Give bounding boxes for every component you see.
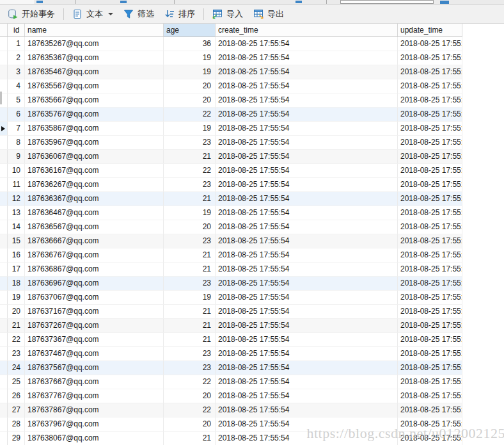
grid-cell-update_time[interactable]: 2018-08-25 17:55:54: [398, 333, 462, 347]
grid-cell-id[interactable]: 20: [8, 305, 25, 319]
grid-cell-id[interactable]: 9: [8, 150, 25, 164]
grid-cell-update_time[interactable]: 2018-08-25 17:55:54: [398, 417, 462, 432]
row-selector[interactable]: [0, 206, 8, 220]
grid-cell-age[interactable]: 21: [164, 319, 216, 333]
grid-cell-create_time[interactable]: 2018-08-25 17:55:54: [216, 319, 398, 333]
grid-cell-create_time[interactable]: 2018-08-25 17:55:54: [216, 417, 398, 432]
row-selector[interactable]: [0, 375, 8, 389]
grid-cell-create_time[interactable]: 2018-08-25 17:55:54: [216, 432, 398, 445]
row-selector[interactable]: [0, 319, 8, 333]
grid-cell-name[interactable]: 187636167@qq.com: [25, 164, 164, 178]
grid-cell-age[interactable]: 21: [164, 263, 216, 277]
grid-cell-name[interactable]: 187637767@qq.com: [25, 389, 164, 403]
grid-cell-name[interactable]: 187636067@qq.com: [25, 150, 164, 164]
row-selector[interactable]: [0, 150, 8, 164]
grid-cell-name[interactable]: 187636467@qq.com: [25, 206, 164, 220]
left-splitter-handle[interactable]: [0, 92, 2, 104]
row-selector[interactable]: [0, 37, 8, 51]
grid-cell-age[interactable]: 23: [164, 347, 216, 361]
begin-transaction-button[interactable]: 开始事务: [3, 6, 60, 22]
row-selector[interactable]: [0, 108, 8, 122]
grid-cell-name[interactable]: 187635767@qq.com: [25, 108, 164, 122]
grid-cell-id[interactable]: 3: [8, 65, 25, 79]
grid-cell-create_time[interactable]: 2018-08-25 17:55:54: [216, 403, 398, 417]
row-selector[interactable]: [0, 164, 8, 178]
column-header-name[interactable]: name: [25, 24, 164, 37]
grid-cell-name[interactable]: 187635967@qq.com: [25, 136, 164, 150]
grid-cell-age[interactable]: 21: [164, 305, 216, 319]
grid-cell-id[interactable]: 18: [8, 277, 25, 291]
grid-cell-create_time[interactable]: 2018-08-25 17:55:54: [216, 248, 398, 263]
grid-cell-update_time[interactable]: 2018-08-25 17:55:54: [398, 234, 462, 248]
text-view-button[interactable]: 文本: [67, 6, 118, 22]
grid-cell-age[interactable]: 23: [164, 178, 216, 192]
grid-cell-age[interactable]: 21: [164, 192, 216, 206]
grid-cell-create_time[interactable]: 2018-08-25 17:55:54: [216, 65, 398, 79]
grid-cell-update_time[interactable]: 2018-08-25 17:55:54: [398, 305, 462, 319]
grid-cell-create_time[interactable]: 2018-08-25 17:55:54: [216, 347, 398, 361]
grid-cell-name[interactable]: 187636567@qq.com: [25, 220, 164, 234]
grid-cell-age[interactable]: 22: [164, 164, 216, 178]
column-header-create_time[interactable]: create_time: [216, 24, 398, 37]
grid-cell-name[interactable]: 187635667@qq.com: [25, 93, 164, 108]
row-selector[interactable]: [0, 263, 8, 277]
grid-cell-age[interactable]: 20: [164, 389, 216, 403]
row-selector[interactable]: [0, 361, 8, 375]
grid-cell-name[interactable]: 187636767@qq.com: [25, 248, 164, 263]
grid-cell-create_time[interactable]: 2018-08-25 17:55:54: [216, 37, 398, 51]
grid-cell-create_time[interactable]: 2018-08-25 17:55:54: [216, 79, 398, 93]
export-button[interactable]: ↘ 导出: [248, 6, 289, 22]
grid-cell-update_time[interactable]: 2018-08-25 17:55:54: [398, 248, 462, 263]
grid-cell-create_time[interactable]: 2018-08-25 17:55:54: [216, 305, 398, 319]
grid-cell-update_time[interactable]: 2018-08-25 17:55:54: [398, 291, 462, 305]
grid-cell-age[interactable]: 19: [164, 122, 216, 136]
grid-cell-name[interactable]: 187637567@qq.com: [25, 361, 164, 375]
import-button[interactable]: ↙ 导入: [207, 6, 248, 22]
grid-cell-id[interactable]: 15: [8, 234, 25, 248]
grid-cell-id[interactable]: 25: [8, 375, 25, 389]
row-selector[interactable]: [0, 51, 8, 65]
grid-cell-id[interactable]: 27: [8, 403, 25, 417]
grid-cell-name[interactable]: 187637467@qq.com: [25, 347, 164, 361]
grid-cell-id[interactable]: 28: [8, 417, 25, 432]
grid-cell-age[interactable]: 21: [164, 150, 216, 164]
grid-cell-update_time[interactable]: 2018-08-25 17:55:54: [398, 150, 462, 164]
grid-cell-update_time[interactable]: 2018-08-25 17:55:54: [398, 361, 462, 375]
grid-cell-update_time[interactable]: 2018-08-25 17:55:54: [398, 389, 462, 403]
row-selector[interactable]: [0, 178, 8, 192]
grid-cell-update_time[interactable]: 2018-08-25 17:55:54: [398, 375, 462, 389]
grid-cell-update_time[interactable]: 2018-08-25 17:55:54: [398, 122, 462, 136]
grid-cell-id[interactable]: 8: [8, 136, 25, 150]
grid-cell-update_time[interactable]: 2018-08-25 17:55:54: [398, 277, 462, 291]
grid-cell-name[interactable]: 187636667@qq.com: [25, 234, 164, 248]
grid-cell-create_time[interactable]: 2018-08-25 17:55:54: [216, 277, 398, 291]
grid-cell-update_time[interactable]: 2018-08-25 17:55:54: [398, 263, 462, 277]
grid-cell-name[interactable]: 187636267@qq.com: [25, 178, 164, 192]
grid-cell-update_time[interactable]: 2018-08-25 17:55:54: [398, 136, 462, 150]
grid-cell-name[interactable]: 187637667@qq.com: [25, 375, 164, 389]
sort-button[interactable]: 排序: [159, 6, 200, 22]
grid-cell-age[interactable]: 22: [164, 108, 216, 122]
grid-cell-create_time[interactable]: 2018-08-25 17:55:54: [216, 220, 398, 234]
grid-cell-create_time[interactable]: 2018-08-25 17:55:54: [216, 291, 398, 305]
row-selector[interactable]: [0, 122, 8, 136]
grid-cell-update_time[interactable]: 2018-08-25 17:55:54: [398, 403, 462, 417]
grid-cell-create_time[interactable]: 2018-08-25 17:55:54: [216, 234, 398, 248]
grid-cell-age[interactable]: 23: [164, 234, 216, 248]
grid-cell-update_time[interactable]: 2018-08-25 17:55:54: [398, 65, 462, 79]
grid-cell-name[interactable]: 187635267@qq.com: [25, 37, 164, 51]
grid-cell-name[interactable]: 187638067@qq.com: [25, 432, 164, 445]
grid-cell-age[interactable]: 23: [164, 136, 216, 150]
grid-cell-age[interactable]: 20: [164, 417, 216, 432]
grid-cell-name[interactable]: 187635367@qq.com: [25, 51, 164, 65]
grid-cell-update_time[interactable]: 2018-08-25 17:55:54: [398, 347, 462, 361]
row-selector[interactable]: [0, 333, 8, 347]
grid-cell-id[interactable]: 21: [8, 319, 25, 333]
grid-cell-id[interactable]: 10: [8, 164, 25, 178]
row-selector[interactable]: [0, 403, 8, 417]
grid-cell-age[interactable]: 20: [164, 79, 216, 93]
grid-cell-create_time[interactable]: 2018-08-25 17:55:54: [216, 333, 398, 347]
grid-cell-update_time[interactable]: 2018-08-25 17:55:54: [398, 79, 462, 93]
grid-cell-id[interactable]: 7: [8, 122, 25, 136]
grid-cell-id[interactable]: 22: [8, 333, 25, 347]
